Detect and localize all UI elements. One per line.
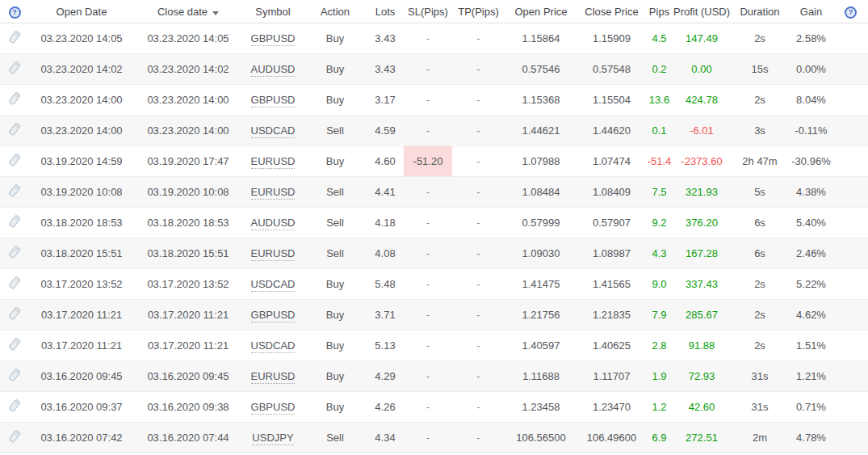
action-cell: Buy [304, 54, 367, 85]
symbol-link[interactable]: AUDUSD [251, 63, 296, 77]
col-lots[interactable]: Lots [367, 0, 404, 23]
tag-icon[interactable] [7, 276, 22, 290]
symbol-link[interactable]: GBPUSD [251, 32, 296, 46]
profit-cell: -6.01 [673, 116, 731, 146]
col-symbol[interactable]: Symbol [242, 0, 304, 23]
gain-cell: 0.71% [789, 392, 833, 423]
close-date-cell: 03.23.2020 14:02 [134, 54, 242, 85]
close-date-cell: 03.17.2020 13:52 [134, 269, 242, 300]
col-close-date-label: Close date [157, 6, 208, 18]
col-duration[interactable]: Duration [731, 0, 789, 23]
lots-cell: 4.41 [367, 177, 404, 208]
tag-icon[interactable] [7, 368, 22, 382]
duration-cell: 2h 47m [731, 146, 789, 177]
col-open-date[interactable]: Open Date [29, 0, 134, 23]
col-action[interactable]: Action [304, 0, 367, 23]
col-close-price[interactable]: Close Price [577, 0, 646, 23]
col-close-date[interactable]: Close date [134, 0, 242, 23]
tag-cell [0, 238, 29, 269]
symbol-cell: GBPUSD [242, 392, 304, 423]
symbol-link[interactable]: USDCAD [251, 339, 296, 353]
tag-cell [0, 54, 29, 85]
action-cell: Sell [304, 177, 367, 208]
tag-icon[interactable] [7, 245, 22, 259]
trade-rows: 03.23.2020 14:0503.23.2020 14:05GBPUSDBu… [0, 23, 868, 453]
symbol-link[interactable]: GBPUSD [251, 94, 296, 107]
tag-icon[interactable] [7, 91, 22, 106]
symbol-link[interactable]: EURUSD [251, 247, 296, 261]
sl-pips-cell: - [404, 300, 452, 331]
close-price-cell: 1.07474 [577, 146, 646, 177]
tag-icon[interactable] [7, 398, 22, 413]
symbol-link[interactable]: GBPUSD [251, 401, 296, 415]
lots-cell: 3.43 [367, 23, 404, 54]
help-icon[interactable]: ? [845, 6, 857, 19]
gain-cell: 4.78% [789, 423, 833, 453]
table-row: 03.16.2020 07:4203.16.2020 07:44USDJPYSe… [0, 423, 868, 453]
duration-cell: 2m [731, 423, 789, 453]
open-price-cell: 1.44621 [505, 116, 577, 146]
row-spacer [833, 146, 868, 177]
tag-icon[interactable] [7, 337, 22, 352]
lots-cell: 4.18 [367, 208, 404, 238]
sl-pips-cell: - [404, 331, 452, 361]
profit-cell: 272.51 [673, 423, 731, 453]
col-open-price[interactable]: Open Price [505, 0, 577, 23]
tag-icon[interactable] [7, 429, 22, 444]
profit-cell: 376.20 [673, 208, 731, 238]
tag-icon[interactable] [7, 183, 22, 198]
lots-cell: 4.29 [367, 361, 404, 392]
symbol-link[interactable]: GBPUSD [251, 309, 296, 322]
symbol-link[interactable]: EURUSD [251, 370, 296, 384]
tag-icon[interactable] [7, 61, 22, 75]
symbol-link[interactable]: EURUSD [251, 155, 296, 169]
col-tp-pips[interactable]: TP(Pips) [452, 0, 505, 23]
col-pips[interactable]: Pips [646, 0, 673, 23]
lots-cell: 4.59 [367, 116, 404, 146]
tag-cell [0, 208, 29, 238]
symbol-link[interactable]: EURUSD [251, 186, 296, 200]
close-date-cell: 03.18.2020 15:51 [134, 238, 242, 269]
tag-cell [0, 300, 29, 331]
symbol-link[interactable]: USDCAD [251, 278, 296, 292]
pips-cell: 13.6 [646, 85, 673, 116]
symbol-cell: EURUSD [242, 177, 304, 208]
symbol-link[interactable]: USDCAD [251, 124, 296, 138]
action-cell: Sell [304, 116, 367, 146]
open-price-cell: 1.21756 [505, 300, 577, 331]
duration-cell: 2s [731, 300, 789, 331]
row-spacer [833, 300, 868, 331]
open-price-cell: 1.08484 [505, 177, 577, 208]
pips-cell: 7.9 [646, 300, 673, 331]
help-icon[interactable]: ? [9, 6, 21, 19]
close-price-cell: 106.49600 [577, 423, 646, 453]
tp-pips-cell: - [452, 85, 505, 116]
close-date-cell: 03.18.2020 18:53 [134, 208, 242, 238]
tag-icon[interactable] [7, 214, 22, 229]
col-gain[interactable]: Gain [789, 0, 833, 23]
symbol-link[interactable]: USDJPY [252, 432, 293, 445]
duration-cell: 6s [731, 238, 789, 269]
duration-cell: 5s [731, 177, 789, 208]
open-price-cell: 1.09030 [505, 238, 577, 269]
tag-icon[interactable] [7, 122, 22, 137]
tag-icon[interactable] [7, 30, 22, 44]
row-spacer [833, 392, 868, 423]
tp-pips-cell: - [452, 361, 505, 392]
gain-cell: 2.46% [789, 238, 833, 269]
sl-pips-cell: - [404, 208, 452, 238]
lots-cell: 4.26 [367, 392, 404, 423]
tag-icon[interactable] [7, 306, 22, 321]
lots-cell: 4.34 [367, 423, 404, 453]
row-spacer [833, 116, 868, 146]
col-profit-usd[interactable]: Profit (USD) [673, 0, 731, 23]
sl-pips-cell: - [404, 392, 452, 423]
lots-cell: 4.60 [367, 146, 404, 177]
table-row: 03.23.2020 14:0003.23.2020 14:00USDCADSe… [0, 116, 868, 146]
close-date-cell: 03.16.2020 09:38 [134, 392, 242, 423]
col-sl-pips[interactable]: SL(Pips) [404, 0, 452, 23]
action-cell: Sell [304, 423, 367, 453]
close-price-cell: 1.40625 [577, 331, 646, 361]
tag-icon[interactable] [7, 153, 22, 167]
symbol-link[interactable]: AUDUSD [251, 217, 296, 230]
